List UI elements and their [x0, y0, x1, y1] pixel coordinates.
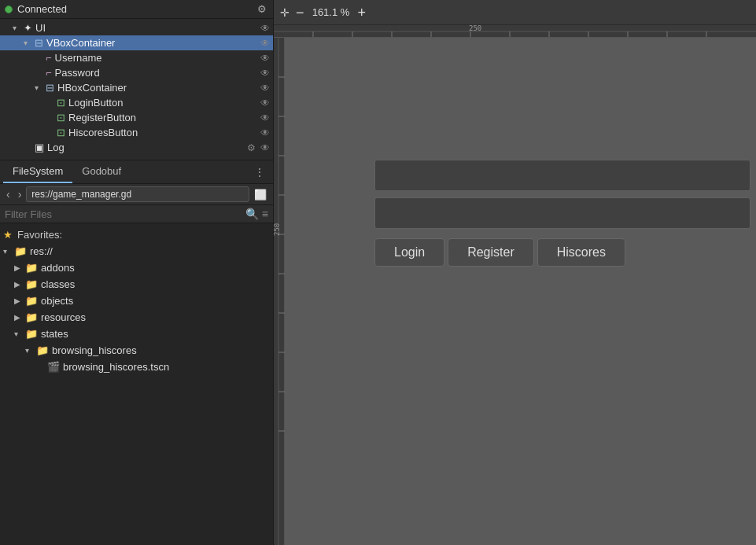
folder-states-icon: 📁 — [25, 328, 38, 340]
expand-ui: ▾ — [13, 24, 24, 32]
login-btn-eye[interactable]: 👁 — [260, 98, 270, 109]
expand-hiscores-btn — [46, 128, 57, 137]
tree-item-username[interactable]: ⌐ Username 👁 — [0, 50, 273, 65]
browsing-hiscores-label: browsing_hiscores — [52, 344, 137, 356]
crosshair-icon[interactable]: ✛ — [280, 6, 289, 19]
expand-objects: ▶ — [14, 296, 25, 305]
file-item-addons[interactable]: ▶ 📁 addons — [0, 260, 273, 276]
expand-login-btn — [46, 98, 57, 107]
preview-hiscores-button[interactable]: Hiscores — [537, 238, 625, 267]
folder-classes-icon: 📁 — [25, 278, 38, 290]
expand-register-btn — [46, 113, 57, 122]
preview-register-button[interactable]: Register — [448, 238, 534, 267]
tree-item-login-btn[interactable]: ⊡ LoginButton 👁 — [0, 95, 273, 110]
favorites-text: Favorites: — [17, 229, 62, 241]
tree-item-vbox[interactable]: ▾ ⊟ VBoxContainer 👁 — [0, 35, 273, 50]
expand-password — [35, 68, 46, 77]
ruler-left: 250 — [274, 38, 285, 545]
path-display: res://game_manager.gd — [26, 186, 249, 202]
tree-item-hbox[interactable]: ▾ ⊟ HBoxContainer 👁 — [0, 80, 273, 95]
left-panel: Connected ⚙ ▾ ✦ UI 👁 ▾ ⊟ VBoxContainer 👁 — [0, 0, 274, 545]
vbox-icon: ⊟ — [35, 37, 43, 49]
canvas-toolbar: ✛ − 161.1 % + — [274, 0, 756, 25]
hiscores-btn-label: HiscoresButton — [68, 127, 257, 138]
password-label: Password — [55, 67, 257, 79]
fs-tab-menu[interactable]: ⋮ — [249, 166, 270, 179]
expand-vbox: ▾ — [24, 39, 35, 47]
zoom-out-button[interactable]: − — [294, 6, 306, 20]
filter-search-icon[interactable]: 🔍 — [245, 208, 259, 220]
filter-files-input[interactable] — [5, 208, 242, 220]
tab-godobuf[interactable]: Godobuf — [72, 160, 131, 183]
expand-states: ▾ — [14, 330, 25, 338]
hiscores-btn-eye[interactable]: 👁 — [260, 127, 270, 138]
file-item-tscn[interactable]: 🎬 browsing_hiscores.tscn — [0, 359, 273, 375]
hiscores-btn-icon: ⊡ — [57, 127, 65, 138]
file-item-resources[interactable]: ▶ 📁 resources — [0, 309, 273, 326]
preview-username-input — [374, 160, 750, 191]
scene-config-icon[interactable]: ⚙ — [256, 3, 268, 15]
right-panel: ✛ − 161.1 % + 250 — [274, 0, 756, 545]
tscn-label: browsing_hiscores.tscn — [63, 361, 169, 373]
path-forward-btn[interactable]: › — [15, 186, 25, 202]
log-eye[interactable]: 👁 — [260, 142, 270, 153]
preview-password-input — [374, 197, 750, 229]
tree-item-ui[interactable]: ▾ ✦ UI 👁 — [0, 20, 273, 35]
log-label: Log — [47, 142, 244, 153]
file-item-states[interactable]: ▾ 📁 states — [0, 326, 273, 342]
tree-item-hiscores-btn[interactable]: ⊡ HiscoresButton 👁 — [0, 125, 273, 140]
tab-filesystem[interactable]: FileSystem — [3, 160, 72, 183]
expand-addons: ▶ — [14, 263, 25, 272]
tscn-icon: 🎬 — [47, 361, 60, 373]
tree-items: ▾ ✦ UI 👁 ▾ ⊟ VBoxContainer 👁 ⌐ Username … — [0, 19, 273, 157]
register-btn-eye[interactable]: 👁 — [260, 112, 270, 123]
expand-browsing-hiscores: ▾ — [25, 346, 36, 355]
vbox-eye[interactable]: 👁 — [260, 38, 270, 49]
hbox-eye[interactable]: 👁 — [260, 83, 270, 94]
expand-classes: ▶ — [14, 280, 25, 289]
ui-node-eye[interactable]: 👁 — [260, 23, 270, 34]
file-item-classes[interactable]: ▶ 📁 classes — [0, 276, 273, 293]
expand-res: ▾ — [3, 247, 14, 256]
expand-tscn — [36, 363, 47, 371]
tree-item-password[interactable]: ⌐ Password 👁 — [0, 65, 273, 80]
hbox-icon: ⊟ — [46, 82, 54, 94]
ui-preview: Login Register Hiscores — [374, 160, 750, 267]
ruler-left-250-label: 250 — [274, 223, 281, 236]
file-tree: ★ Favorites: ▾ 📁 res:// ▶ 📁 addons ▶ 📁 c… — [0, 223, 273, 545]
file-item-objects[interactable]: ▶ 📁 objects — [0, 293, 273, 309]
zoom-in-button[interactable]: + — [356, 6, 368, 20]
username-icon: ⌐ — [46, 52, 52, 64]
file-item-browsing-hiscores[interactable]: ▾ 📁 browsing_hiscores — [0, 342, 273, 359]
canvas-area[interactable]: 250 Login Register Hiscores — [274, 38, 756, 545]
log-icon: ▣ — [35, 142, 44, 153]
expand-resources: ▶ — [14, 313, 25, 322]
folder-res-icon: 📁 — [14, 245, 27, 257]
filter-sort-icon[interactable]: ≡ — [262, 208, 268, 220]
ruler-top-svg: 250 — [274, 25, 756, 38]
fs-filter-bar: 🔍 ≡ — [0, 205, 273, 223]
expand-username — [35, 53, 46, 62]
path-back-btn[interactable]: ‹ — [3, 186, 13, 202]
preview-login-button[interactable]: Login — [374, 238, 444, 267]
preview-buttons-row: Login Register Hiscores — [374, 238, 625, 267]
ui-node-icon: ✦ — [24, 22, 32, 34]
log-gear[interactable]: ⚙ — [247, 142, 256, 153]
hbox-label: HBoxContainer — [57, 82, 257, 94]
password-icon: ⌐ — [46, 67, 52, 79]
scene-tree: Connected ⚙ ▾ ✦ UI 👁 ▾ ⊟ VBoxContainer 👁 — [0, 0, 273, 160]
folder-objects-icon: 📁 — [25, 295, 38, 307]
path-maximize-btn[interactable]: ⬜ — [251, 187, 270, 202]
username-label: Username — [55, 52, 257, 64]
objects-label: objects — [41, 295, 73, 307]
filesystem-panel: FileSystem Godobuf ⋮ ‹ › res://game_mana… — [0, 160, 273, 545]
fs-tabs: FileSystem Godobuf ⋮ — [0, 160, 273, 184]
password-eye[interactable]: 👁 — [260, 68, 270, 79]
tree-item-register-btn[interactable]: ⊡ RegisterButton 👁 — [0, 110, 273, 125]
tree-item-log[interactable]: ▣ Log ⚙ 👁 — [0, 140, 273, 155]
file-item-res[interactable]: ▾ 📁 res:// — [0, 243, 273, 260]
fs-path-bar: ‹ › res://game_manager.gd ⬜ — [0, 184, 273, 205]
resources-label: resources — [41, 311, 86, 323]
vbox-label: VBoxContainer — [46, 37, 257, 49]
username-eye[interactable]: 👁 — [260, 53, 270, 64]
